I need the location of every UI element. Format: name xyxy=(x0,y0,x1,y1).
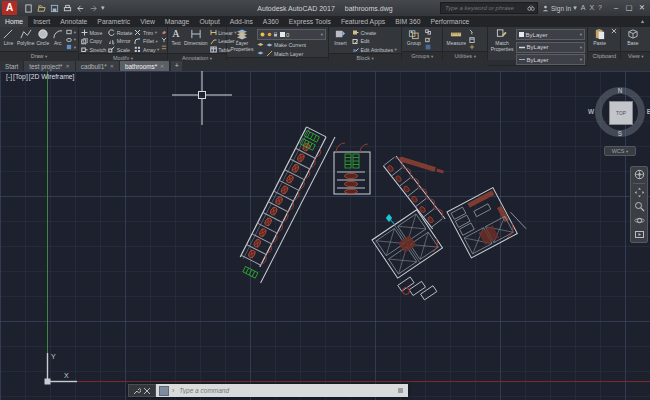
viewcube-east[interactable]: E xyxy=(647,108,650,115)
panel-title-properties[interactable]: Properties ▾ xyxy=(488,65,587,66)
exchange-apps-icon[interactable]: X xyxy=(589,3,594,13)
base-button[interactable]: Base xyxy=(623,28,642,47)
match-layer-button[interactable]: Match Layer xyxy=(257,50,326,57)
group-selection-toggle[interactable] xyxy=(425,44,431,50)
tab-performance[interactable]: Performance xyxy=(425,16,474,27)
tab-view[interactable]: View xyxy=(135,16,160,27)
paste-button[interactable]: Paste xyxy=(590,28,609,47)
mirror-button[interactable]: Mirror xyxy=(108,38,132,45)
drawing-canvas[interactable]: [-][Top][2D Wireframe] xyxy=(0,71,650,400)
new-drawing-tab-button[interactable]: + xyxy=(171,61,182,71)
panel-title-utilities[interactable]: Utilities ▾ xyxy=(443,51,487,60)
recent-commands-icon[interactable] xyxy=(143,387,151,395)
fillet-button[interactable]: Fillet ▾ xyxy=(134,38,159,45)
tab-output[interactable]: Output xyxy=(194,16,224,27)
quick-select-icon[interactable] xyxy=(469,29,475,35)
orbit-icon[interactable] xyxy=(634,215,645,226)
stretch-button[interactable]: Stretch xyxy=(81,46,106,53)
search-input[interactable] xyxy=(443,4,527,12)
object-color-select[interactable]: ByLayer ▾ xyxy=(516,29,585,40)
edit-attributes-button[interactable]: aEdit Attributes ▾ xyxy=(352,46,397,53)
line-button[interactable]: Line xyxy=(2,28,15,47)
panel-title-view[interactable]: View ▾ xyxy=(621,51,650,60)
viewcube[interactable]: N S W E TOP xyxy=(592,84,648,140)
layer-select[interactable]: 0 ▾ xyxy=(257,29,326,40)
circle-button[interactable]: Circle xyxy=(36,28,49,47)
close-tab-icon[interactable]: ✕ xyxy=(160,63,164,69)
tab-annotate[interactable]: Annotate xyxy=(55,16,92,27)
trim-button[interactable]: Trim ▾ xyxy=(134,29,159,36)
viewport-view-control[interactable]: [Top] xyxy=(13,73,28,80)
customize-wrench-icon[interactable] xyxy=(133,387,141,395)
maximize-button[interactable]: ▢ xyxy=(623,1,635,15)
panel-title-block[interactable]: Block ▾ xyxy=(329,53,401,60)
ungroup-icon[interactable] xyxy=(425,29,431,35)
file-tab-start[interactable]: Start xyxy=(0,61,24,71)
polyline-button[interactable]: Polyline xyxy=(17,28,35,47)
lineweight-select[interactable]: ByLayer ▾ xyxy=(516,42,585,53)
tab-a360[interactable]: A360 xyxy=(258,16,284,27)
close-button[interactable]: ✕ xyxy=(636,1,648,15)
text-button[interactable]: A Text xyxy=(170,28,182,47)
dimension-button[interactable]: Dimension xyxy=(184,28,208,47)
panel-title-layers[interactable]: Layers ▾ xyxy=(227,57,328,60)
move-button[interactable]: Move xyxy=(81,29,106,36)
new-file-icon[interactable] xyxy=(23,3,33,13)
close-tab-icon[interactable]: ✕ xyxy=(66,63,70,69)
help-search-box[interactable] xyxy=(440,2,538,14)
panel-title-annotation[interactable]: Annotation ▾ xyxy=(168,53,226,60)
scale-button[interactable]: Scale xyxy=(108,46,132,53)
group-button[interactable]: Group xyxy=(404,28,423,47)
command-input[interactable] xyxy=(177,386,395,395)
viewcube-south[interactable]: S xyxy=(592,130,648,137)
create-block-button[interactable]: Create xyxy=(352,29,397,36)
showmotion-icon[interactable] xyxy=(634,229,645,240)
workspace-dropdown-icon[interactable]: ▾ xyxy=(101,3,105,13)
explode-icon[interactable] xyxy=(161,37,167,43)
tab-express-tools[interactable]: Express Tools xyxy=(284,16,336,27)
open-file-icon[interactable] xyxy=(36,3,46,13)
rotate-button[interactable]: Rotate xyxy=(108,29,132,36)
ucs-icon[interactable]: Y X xyxy=(45,353,78,385)
arc-button[interactable]: Arc xyxy=(51,28,64,47)
measure-button[interactable]: Measure xyxy=(445,28,467,47)
edit-block-button[interactable]: Edit xyxy=(352,38,397,45)
file-tab-bathrooms[interactable]: bathrooms*✕ xyxy=(120,61,170,71)
insert-button[interactable]: Insert xyxy=(331,28,350,47)
panel-title-draw[interactable]: Draw ▾ xyxy=(0,51,78,60)
viewcube-north[interactable]: N xyxy=(592,87,648,94)
pan-icon[interactable] xyxy=(634,187,645,198)
file-tab-test-project[interactable]: test project*✕ xyxy=(24,61,75,71)
id-point-icon[interactable] xyxy=(469,44,475,50)
binoculars-search-icon[interactable] xyxy=(527,4,535,12)
viewport-visual-style-control[interactable]: [2D Wireframe] xyxy=(29,73,75,80)
viewcube-top-face[interactable]: TOP xyxy=(609,101,633,125)
a360-icon[interactable]: A xyxy=(581,3,586,13)
tab-bim360[interactable]: BIM 360 xyxy=(390,16,425,27)
help-icon[interactable]: ? xyxy=(598,3,602,13)
tab-insert[interactable]: Insert xyxy=(28,16,55,27)
hatch-tool-icon[interactable]: ▾ xyxy=(66,44,76,50)
zoom-icon[interactable] xyxy=(634,201,645,212)
save-icon[interactable] xyxy=(49,3,59,13)
tab-parametric[interactable]: Parametric xyxy=(92,16,135,27)
quick-calc-icon[interactable] xyxy=(469,37,475,43)
redo-icon[interactable] xyxy=(88,3,98,13)
panel-title-clipboard[interactable]: Clipboard xyxy=(588,51,620,60)
sign-in-button[interactable]: Sign In ▾ xyxy=(542,3,577,13)
layer-properties-button[interactable]: Layer Properties xyxy=(229,28,255,52)
tab-home[interactable]: Home xyxy=(0,16,28,27)
array-button[interactable]: Array ▾ xyxy=(134,46,159,53)
erase-icon[interactable] xyxy=(161,29,167,35)
wcs-dropdown[interactable]: WCS ▾ xyxy=(604,146,636,156)
copy-button[interactable]: Copy xyxy=(81,38,106,45)
viewcube-west[interactable]: W xyxy=(588,108,594,115)
cut-icon[interactable] xyxy=(611,28,617,34)
tab-featured-apps[interactable]: Featured Apps xyxy=(336,16,390,27)
ellipse-tool-icon[interactable]: ▾ xyxy=(66,37,76,43)
app-menu-button[interactable]: A xyxy=(2,1,17,15)
command-input-field[interactable]: › xyxy=(156,384,408,397)
file-tab-cadbull1[interactable]: cadbull1*✕ xyxy=(76,61,120,71)
panel-title-modify[interactable]: Modify ▾ xyxy=(79,53,167,60)
steering-wheel-icon[interactable] xyxy=(634,169,645,180)
